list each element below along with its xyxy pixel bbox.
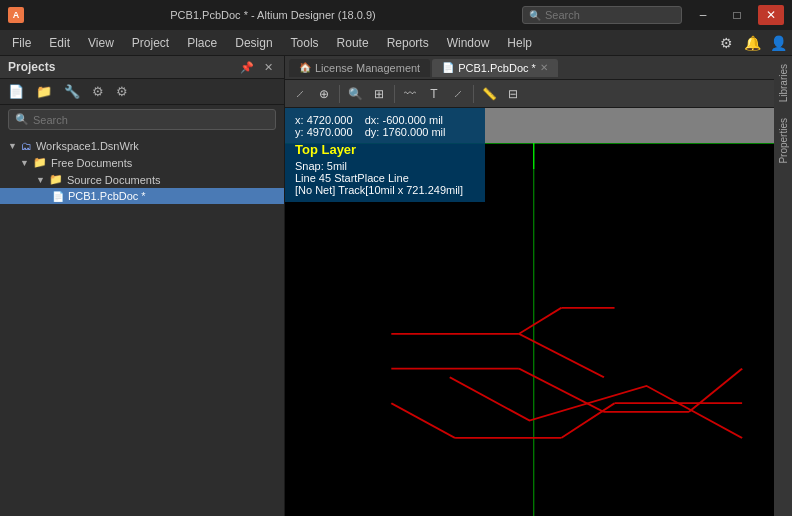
tab-pcb[interactable]: 📄 PCB1.PcbDoc * ✕ bbox=[432, 59, 558, 77]
info-net: [No Net] Track[10mil x 721.249mil] bbox=[295, 184, 475, 196]
toolbar-btn-via[interactable]: ⊕ bbox=[313, 83, 335, 105]
notifications-icon[interactable]: 🔔 bbox=[742, 33, 762, 53]
tab-license-icon: 🏠 bbox=[299, 62, 311, 73]
search-box-icon: 🔍 bbox=[15, 113, 29, 126]
svg-line-6 bbox=[689, 369, 742, 412]
toolbar-btn-measure[interactable]: 📏 bbox=[478, 83, 500, 105]
canvas-area[interactable]: x: 4720.000 dx: -600.000 mil y: 4970.000… bbox=[285, 108, 792, 516]
toolbar-sep2 bbox=[394, 85, 395, 103]
menu-window[interactable]: Window bbox=[439, 33, 498, 53]
menu-view[interactable]: View bbox=[80, 33, 122, 53]
panel-pin-btn[interactable]: 📌 bbox=[237, 61, 257, 74]
info-overlay: x: 4720.000 dx: -600.000 mil y: 4970.000… bbox=[285, 108, 485, 202]
maximize-button[interactable]: □ bbox=[724, 5, 750, 25]
panel-toolbar-btn4[interactable]: ⚙ bbox=[88, 82, 108, 101]
settings-icon[interactable]: ⚙ bbox=[716, 33, 736, 53]
toolbar-btn-grid[interactable]: ⊟ bbox=[502, 83, 524, 105]
x-label: x: bbox=[295, 114, 307, 126]
toolbar-btn-route[interactable]: ⟋ bbox=[289, 83, 311, 105]
tree-item-free-documents[interactable]: ▼📁Free Documents bbox=[0, 154, 284, 171]
dx-label: dx: bbox=[365, 114, 383, 126]
app-icon: A bbox=[8, 7, 24, 23]
toolbar-btn-text[interactable]: T bbox=[423, 83, 445, 105]
tab-pcb-close[interactable]: ✕ bbox=[540, 62, 548, 73]
dx-value: -600.000 mil bbox=[382, 114, 443, 126]
panel-toolbar: 📄 📁 🔧 ⚙ ⚙ bbox=[0, 79, 284, 105]
svg-line-9 bbox=[519, 308, 562, 334]
tab-pcb-icon: 📄 bbox=[442, 62, 454, 73]
svg-line-4 bbox=[519, 369, 604, 412]
menu-design[interactable]: Design bbox=[227, 33, 280, 53]
tree-item-source-documents[interactable]: ▼📁Source Documents bbox=[0, 171, 284, 188]
menu-tools[interactable]: Tools bbox=[283, 33, 327, 53]
title-search: 🔍 bbox=[522, 6, 682, 24]
tab-license-label: License Management bbox=[315, 62, 420, 74]
title-bar: A PCB1.PcbDoc * - Altium Designer (18.0.… bbox=[0, 0, 792, 30]
y-value: 4970.000 bbox=[307, 126, 353, 138]
right-panel: Libraries Properties 🏠 License Managemen… bbox=[285, 56, 792, 516]
tab-bar: 🏠 License Management 📄 PCB1.PcbDoc * ✕ bbox=[285, 56, 792, 80]
svg-line-8 bbox=[519, 334, 604, 377]
panel-title: Projects bbox=[8, 60, 233, 74]
menu-route[interactable]: Route bbox=[329, 33, 377, 53]
panel-toolbar-btn2[interactable]: 📁 bbox=[32, 82, 56, 101]
minimize-button[interactable]: – bbox=[690, 5, 716, 25]
menu-bar: File Edit View Project Place Design Tool… bbox=[0, 30, 792, 56]
search-input[interactable] bbox=[33, 114, 269, 126]
info-line: Line 45 StartPlace Line bbox=[295, 172, 475, 184]
vtab-properties[interactable]: Properties bbox=[776, 110, 791, 172]
close-button[interactable]: ✕ bbox=[758, 5, 784, 25]
dy-value: 1760.000 mil bbox=[382, 126, 445, 138]
panel-header: Projects 📌 ✕ bbox=[0, 56, 284, 79]
tab-license[interactable]: 🏠 License Management bbox=[289, 59, 430, 77]
menu-edit[interactable]: Edit bbox=[41, 33, 78, 53]
y-label: y: bbox=[295, 126, 307, 138]
dy-label: dy: bbox=[365, 126, 383, 138]
menu-file[interactable]: File bbox=[4, 33, 39, 53]
info-snap: Snap: 5mil bbox=[295, 160, 475, 172]
title-search-input[interactable] bbox=[545, 9, 675, 21]
tree-item-pcb1.pcbdoc-*[interactable]: 📄PCB1.PcbDoc * bbox=[0, 188, 284, 204]
x-value: 4720.000 bbox=[307, 114, 353, 126]
toolbar-btn-wave[interactable]: 〰 bbox=[399, 83, 421, 105]
file-tree: ▼🗂Workspace1.DsnWrk▼📁Free Documents▼📁Sou… bbox=[0, 134, 284, 516]
panel-toolbar-btn5[interactable]: ⚙ bbox=[112, 82, 132, 101]
menu-place[interactable]: Place bbox=[179, 33, 225, 53]
panel-toolbar-btn1[interactable]: 📄 bbox=[4, 82, 28, 101]
tree-item-workspace1.dsnwrk[interactable]: ▼🗂Workspace1.DsnWrk bbox=[0, 138, 284, 154]
panel-toolbar-btn3[interactable]: 🔧 bbox=[60, 82, 84, 101]
vtab-libraries[interactable]: Libraries bbox=[776, 56, 791, 110]
svg-line-11 bbox=[391, 403, 455, 438]
search-box: 🔍 bbox=[8, 109, 276, 130]
toolbar-btn-zoom[interactable]: 🔍 bbox=[344, 83, 366, 105]
left-panel: Projects 📌 ✕ 📄 📁 🔧 ⚙ ⚙ 🔍 ▼🗂Workspace1.Ds… bbox=[0, 56, 285, 516]
menu-reports[interactable]: Reports bbox=[379, 33, 437, 53]
info-coords: x: 4720.000 dx: -600.000 mil y: 4970.000… bbox=[295, 114, 475, 138]
main-layout: Projects 📌 ✕ 📄 📁 🔧 ⚙ ⚙ 🔍 ▼🗂Workspace1.Ds… bbox=[0, 56, 792, 516]
user-icon[interactable]: 👤 bbox=[768, 33, 788, 53]
toolbar-row: ⟋ ⊕ 🔍 ⊞ 〰 T ⟋ 📏 ⊟ bbox=[285, 80, 792, 108]
menu-project[interactable]: Project bbox=[124, 33, 177, 53]
vertical-tabs: Libraries Properties bbox=[774, 56, 792, 516]
menu-help[interactable]: Help bbox=[499, 33, 540, 53]
panel-close-btn[interactable]: ✕ bbox=[261, 61, 276, 74]
toolbar-sep1 bbox=[339, 85, 340, 103]
window-title: PCB1.PcbDoc * - Altium Designer (18.0.9) bbox=[32, 9, 514, 21]
toolbar-btn-fit[interactable]: ⊞ bbox=[368, 83, 390, 105]
toolbar-btn-line[interactable]: ⟋ bbox=[447, 83, 469, 105]
tab-pcb-label: PCB1.PcbDoc * bbox=[458, 62, 536, 74]
info-layer: Top Layer bbox=[295, 142, 475, 157]
toolbar-sep3 bbox=[473, 85, 474, 103]
search-icon: 🔍 bbox=[529, 10, 541, 21]
